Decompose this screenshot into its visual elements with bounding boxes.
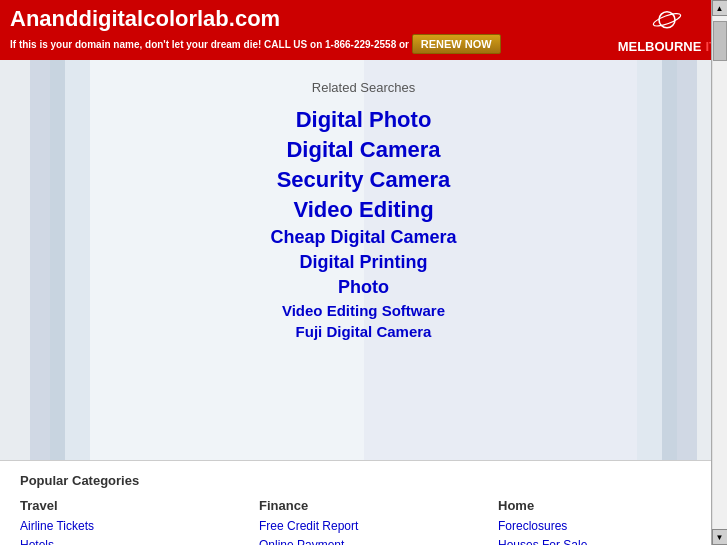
scrollbar[interactable]: ▲ ▼ bbox=[711, 0, 727, 545]
call-label: CALL US on bbox=[264, 39, 322, 50]
header-left: Ananddigitalcolorlab.com If this is your… bbox=[10, 6, 501, 54]
category-link-item[interactable]: Online Payment bbox=[259, 536, 468, 545]
categories-grid: TravelAirline TicketsHotelsCar RentalFli… bbox=[20, 498, 707, 545]
scroll-thumb[interactable] bbox=[713, 21, 727, 61]
category-column-title: Finance bbox=[259, 498, 468, 513]
search-link-item[interactable]: Digital Camera bbox=[134, 137, 594, 163]
category-link-item[interactable]: Foreclosures bbox=[498, 517, 707, 536]
category-link-item[interactable]: Hotels bbox=[20, 536, 229, 545]
header-subtitle: If this is your domain name, don't let y… bbox=[10, 34, 501, 54]
search-link-item[interactable]: Fuji Digital Camera bbox=[134, 323, 594, 340]
header-right: MELBOURNE IT bbox=[618, 7, 717, 54]
category-link-item[interactable]: Airline Tickets bbox=[20, 517, 229, 536]
search-link-item[interactable]: Digital Printing bbox=[134, 252, 594, 273]
melbourne-logo: MELBOURNE IT bbox=[618, 39, 717, 54]
category-link-item[interactable]: Free Credit Report bbox=[259, 517, 468, 536]
site-title: Ananddigitalcolorlab.com bbox=[10, 6, 501, 32]
category-column: HomeForeclosuresHouses For SaleMortgageP… bbox=[498, 498, 707, 545]
search-link-item[interactable]: Cheap Digital Camera bbox=[134, 227, 594, 248]
search-link-item[interactable]: Video Editing Software bbox=[134, 302, 594, 319]
saturn-icon bbox=[651, 7, 683, 39]
scroll-track[interactable] bbox=[713, 16, 727, 529]
search-results-area: Related Searches Digital PhotoDigital Ca… bbox=[124, 60, 604, 364]
category-column-title: Home bbox=[498, 498, 707, 513]
subtitle-text: If this is your domain name, don't let y… bbox=[10, 39, 261, 50]
scroll-up-button[interactable]: ▲ bbox=[712, 0, 728, 16]
logo-text: MELBOURNE bbox=[618, 39, 702, 54]
scroll-down-button[interactable]: ▼ bbox=[712, 529, 728, 545]
popular-categories-section: Popular Categories TravelAirline Tickets… bbox=[0, 460, 727, 545]
search-links-list: Digital PhotoDigital CameraSecurity Came… bbox=[134, 107, 594, 340]
header: Ananddigitalcolorlab.com If this is your… bbox=[0, 0, 727, 60]
or-text: or bbox=[399, 39, 409, 50]
search-link-item[interactable]: Security Camera bbox=[134, 167, 594, 193]
category-column: TravelAirline TicketsHotelsCar RentalFli… bbox=[20, 498, 229, 545]
category-column: FinanceFree Credit ReportOnline PaymentC… bbox=[259, 498, 468, 545]
renew-button[interactable]: RENEW NOW bbox=[412, 34, 501, 54]
related-searches-title: Related Searches bbox=[134, 80, 594, 95]
phone-number: 1-866-229-2558 bbox=[325, 39, 396, 50]
svg-point-1 bbox=[652, 11, 682, 28]
main-content: Related Searches Digital PhotoDigital Ca… bbox=[0, 60, 727, 460]
search-link-item[interactable]: Photo bbox=[134, 277, 594, 298]
category-column-title: Travel bbox=[20, 498, 229, 513]
search-link-item[interactable]: Video Editing bbox=[134, 197, 594, 223]
search-link-item[interactable]: Digital Photo bbox=[134, 107, 594, 133]
popular-categories-title: Popular Categories bbox=[20, 473, 707, 488]
category-link-item[interactable]: Houses For Sale bbox=[498, 536, 707, 545]
